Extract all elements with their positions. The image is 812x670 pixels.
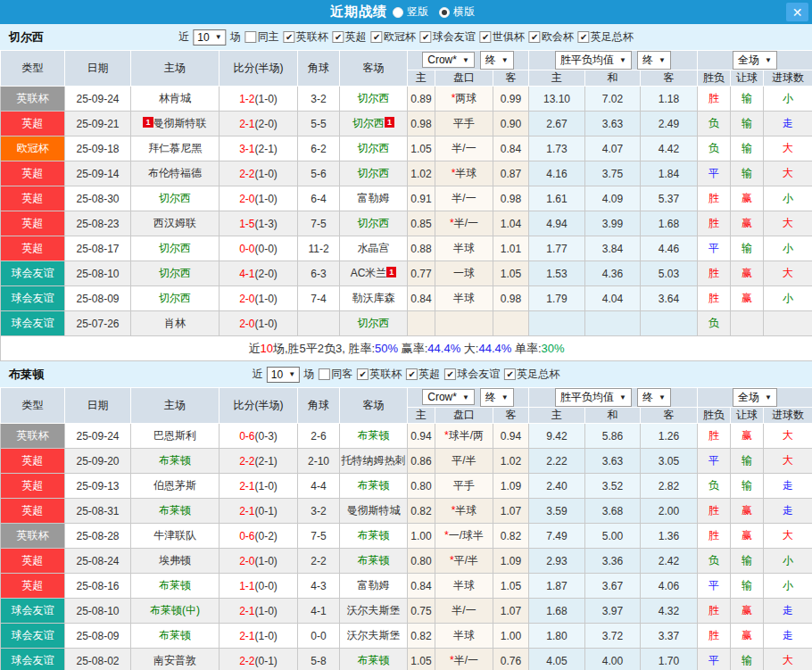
result-wdl: 胜 [698,424,731,449]
avg-stage-select[interactable]: 终▼ [637,51,671,70]
home-team: 布莱顿 [131,499,220,524]
avg-type-select[interactable]: 胜平负均值▼ [555,51,632,70]
result-handicap: 赢 [731,499,764,524]
corner-count: 5-8 [298,649,340,670]
scope-select[interactable]: 全场▼ [733,51,777,70]
match-date: 25-09-24 [65,424,131,449]
league-badge: 英超 [1,549,65,574]
league-checkbox-3[interactable]: ✔ [504,368,516,380]
home-team: 伯恩茅斯 [131,474,220,499]
result-goals: 小 [764,236,812,261]
avg-draw: 3.68 [585,499,641,524]
league-checkbox-1[interactable]: ✔ [406,368,418,380]
league-checkbox-3[interactable]: ✔ [420,31,432,43]
home-team: 布莱顿 [131,624,220,649]
corner-count: 7-5 [298,524,340,549]
avg-stage-select[interactable]: 终▼ [637,388,671,407]
league-checkbox-4[interactable]: ✔ [480,31,492,43]
games-label: 场 [230,29,241,45]
odds-home: 0.82 [408,499,435,524]
bookmaker-select-value: Crow* [427,54,457,66]
odds-away: 1.01 [493,236,529,261]
result-goals: 大 [764,424,812,449]
avg-lose: 3.64 [641,286,698,311]
match-row: 英超25-09-14布伦特福德2-2(1-0)5-6切尔西1.02*半球0.87… [1,161,812,186]
away-team: AC米兰1 [340,261,408,286]
vertical-layout-radio[interactable] [393,7,403,18]
result-goals: 走 [764,474,812,499]
league-checkbox-2[interactable]: ✔ [444,368,456,380]
league-checkbox-0[interactable]: ✔ [284,31,295,43]
league-checkbox-6[interactable]: ✔ [578,31,590,43]
away-team: 曼彻斯特城 [340,499,408,524]
home-team: 林肯城 [131,87,220,112]
avg-win: 1.80 [529,624,585,649]
same-venue-checkbox[interactable] [319,368,330,380]
result-handicap: 赢 [731,424,764,449]
league-checkbox-0[interactable]: ✔ [357,368,369,380]
odds-home: 1.05 [408,649,435,670]
odds-stage-select[interactable]: 终▼ [480,388,514,407]
odds-stage-select-value: 终 [485,53,496,68]
bookmaker-select[interactable]: Crow*▼ [422,389,475,405]
avg-lose: 3.37 [641,624,698,649]
result-wdl: 负 [698,112,731,136]
match-date: 25-08-02 [65,649,131,670]
same-venue-checkbox[interactable] [245,31,257,43]
league-checkbox-label: 欧会杯 [542,29,574,45]
match-date: 25-08-30 [65,186,131,211]
column-header: 主场 [131,388,220,424]
column-header: 类型 [1,388,65,424]
column-subheader: 让球 [731,70,764,87]
odds-stage-select[interactable]: 终▼ [480,51,514,70]
score: 1-2(1-0) [220,87,298,112]
avg-draw: 3.72 [585,624,641,649]
score: 4-1(2-0) [220,261,298,286]
column-subheader: 客 [641,70,698,87]
match-row: 英超25-09-13伯恩茅斯2-1(1-0)4-4布莱顿0.80平手1.092.… [1,474,812,499]
home-team: 西汉姆联 [131,211,220,236]
odds-home: 1.02 [408,161,435,186]
avg-type-select-value: 胜平负均值 [560,53,614,68]
column-subheader: 客 [641,408,698,424]
match-date: 25-09-18 [65,136,131,161]
result-goals: 走 [764,624,812,649]
league-checkbox-label: 英联杯 [296,29,328,45]
score: 2-2(0-1) [220,649,298,670]
away-team: 切尔西 [340,311,408,336]
match-date: 25-09-13 [65,474,131,499]
chevron-down-icon: ▼ [659,393,666,401]
close-icon[interactable]: ✕ [786,3,808,21]
league-checkbox-1[interactable]: ✔ [333,31,344,43]
column-header: 日期 [65,388,131,424]
team-section-布莱顿: 布莱顿近10▼场同客✔英联杯✔英超✔球会友谊✔英足总杯类型日期主场比分(半场)角… [0,361,812,670]
league-checkbox-5[interactable]: ✔ [529,31,541,43]
match-row: 英超25-08-24埃弗顿2-0(1-0)2-2布莱顿0.80*平/半1.092… [1,549,812,574]
league-checkbox-2[interactable]: ✔ [371,31,383,43]
handicap: 半/一 [435,136,493,161]
avg-draw: 3.75 [585,161,641,186]
horizontal-layout-radio[interactable] [439,7,450,18]
avg-type-select[interactable]: 胜平负均值▼ [555,388,632,407]
avg-win: 2.67 [529,112,585,136]
titlebar: 近期战绩 竖版 横版 ✕ [0,0,812,24]
match-row: 球会友谊25-08-09切尔西2-0(1-0)7-4勒沃库森0.84半球0.98… [1,286,812,311]
avg-win: 4.16 [529,161,585,186]
same-venue-label: 同主 [258,29,279,45]
corner-count: 4-4 [298,474,340,499]
scope-select[interactable]: 全场▼ [733,388,777,407]
away-team: 布莱顿 [340,549,408,574]
bookmaker-select[interactable]: Crow*▼ [422,52,475,68]
match-count-select[interactable]: 10▼ [267,367,300,383]
column-subheader: 胜负 [698,70,731,87]
avg-draw: 3.63 [585,449,641,474]
odds-away: 1.04 [493,211,529,236]
chevron-down-icon: ▼ [619,56,626,64]
away-team: 富勒姆 [340,186,408,211]
avg-lose: 1.70 [641,649,698,670]
odds-home: 0.98 [408,112,435,136]
match-count-select[interactable]: 10▼ [193,29,226,45]
match-date: 25-08-24 [65,549,131,574]
layout-radio-group: 竖版 横版 [393,4,482,20]
avg-lose: 1.26 [641,424,698,449]
